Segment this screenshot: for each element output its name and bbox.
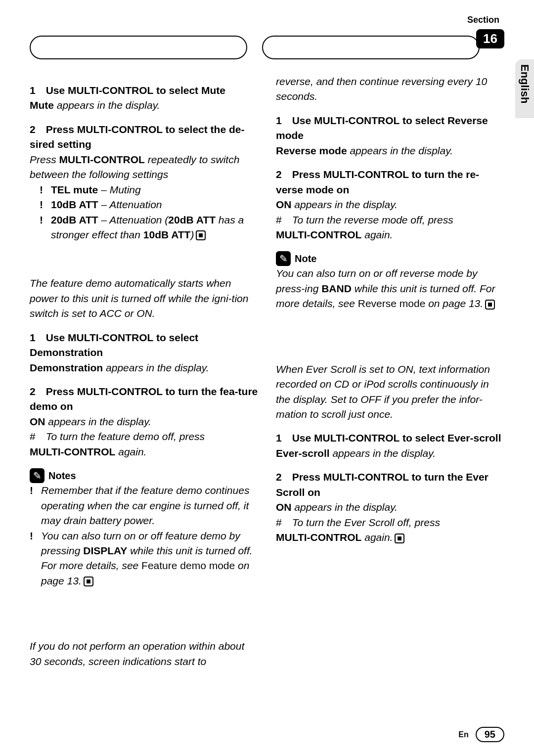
reverse-intro-right: reverse, and then continue reversing eve… <box>276 74 504 104</box>
scroll-mc-line: MULTI-CONTROL again. <box>276 530 504 545</box>
page-number: 95 <box>476 727 504 742</box>
left-column: 1 Use MULTI-CONTROL to select Mute Mute … <box>30 74 258 669</box>
demo-hash-line: # To turn the feature demo off, press <box>30 429 258 444</box>
scroll-hash-line: # To turn the Ever Scroll off, press <box>276 515 504 530</box>
demo-intro: The feature demo automatically starts wh… <box>30 276 258 321</box>
scroll-step1-heading: 1 Use MULTI-CONTROL to select Ever-scrol… <box>276 431 504 445</box>
demo-step2-heading: 2 Press MULTI-CONTROL to turn the fea-tu… <box>30 384 258 414</box>
scroll-on-line: ON appears in the display. <box>276 500 504 515</box>
reverse-hash-line: # To turn the reverse mode off, press <box>276 213 504 227</box>
notes-badge: ✎ Notes <box>30 468 76 483</box>
header-pill-left <box>30 36 247 59</box>
language-tab: English <box>515 59 534 118</box>
demo-step1-heading: 1 Use MULTI-CONTROL to select Demonstrat… <box>30 330 258 360</box>
demo-on-line: ON appears in the display. <box>30 414 258 429</box>
reverse-step1-sub: Reverse mode appears in the display. <box>276 143 504 158</box>
end-square-icon <box>84 577 93 586</box>
scroll-intro: When Ever Scroll is set to ON, text info… <box>276 362 504 422</box>
demo-mc-line: MULTI-CONTROL again. <box>30 445 258 459</box>
reverse-step1-heading: 1 Use MULTI-CONTROL to select Reverse mo… <box>276 113 504 143</box>
reverse-mc-line: MULTI-CONTROL again. <box>276 227 504 242</box>
note-title: Note <box>295 252 316 266</box>
page-footer: En 95 <box>458 727 504 742</box>
reverse-intro-left: If you do not perform an operation withi… <box>30 639 258 669</box>
mute-step2-heading: 2 Press MULTI-CONTROL to select the de-s… <box>30 122 258 152</box>
scroll-step2-heading: 2 Press MULTI-CONTROL to turn the Ever S… <box>276 470 504 500</box>
note-badge: ✎ Note <box>276 251 316 266</box>
section-number-badge: 16 <box>476 29 504 48</box>
end-square-icon <box>196 230 206 240</box>
pencil-icon: ✎ <box>30 468 44 483</box>
mute-step1-heading: 1 Use MULTI-CONTROL to select Mute <box>30 83 258 98</box>
reverse-on-line: ON appears in the display. <box>276 197 504 212</box>
mute-bullet-3: !20dB ATT – Attenuation (20dB ATT has a … <box>40 213 258 243</box>
pencil-icon: ✎ <box>276 251 291 266</box>
demo-note-1: !Remember that if the feature demo conti… <box>30 483 258 528</box>
demo-note-2: !You can also turn on or off feature dem… <box>30 529 258 589</box>
notes-title: Notes <box>48 469 76 483</box>
end-square-icon <box>485 300 495 310</box>
right-column: reverse, and then continue reversing eve… <box>276 74 504 669</box>
language-label: English <box>518 64 531 103</box>
section-label: Section <box>467 15 499 25</box>
mute-bullet-2: !10dB ATT – Attenuation <box>40 197 258 212</box>
scroll-step1-sub: Ever-scroll appears in the display. <box>276 446 504 461</box>
end-square-icon <box>395 534 404 543</box>
demo-step1-sub: Demonstration appears in the display. <box>30 360 258 375</box>
mute-step1-sub: Mute appears in the display. <box>30 98 258 113</box>
mute-step2-sub: Press MULTI-CONTROL repeatedly to switch… <box>30 152 258 182</box>
reverse-step2-heading: 2 Press MULTI-CONTROL to turn the re-ver… <box>276 167 504 197</box>
header-pill-right <box>262 36 480 59</box>
reverse-note-text: You can also turn on or off reverse mode… <box>276 266 504 311</box>
mute-bullet-1: !TEL mute – Muting <box>40 182 258 197</box>
footer-lang: En <box>458 730 468 739</box>
